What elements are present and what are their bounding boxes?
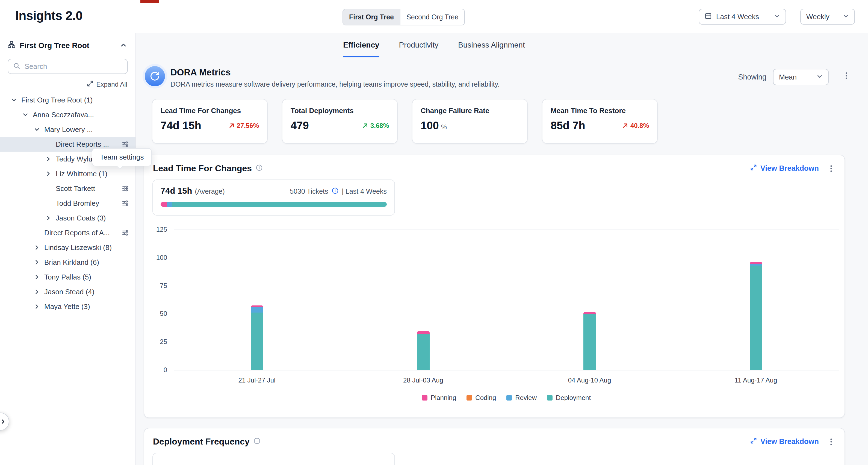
tree-item-liz-whittome-1[interactable]: Liz Whittome (1) [0,166,135,181]
lead-time-kebab-menu[interactable] [827,164,835,173]
tree-item-label: Direct Reports ... [56,140,119,149]
lead-time-header: Lead Time For Changes View Breakdown [144,155,844,174]
lead-time-summary-card: 74d 15h (Average) 5030 Tickets | Last 4 … [152,180,395,216]
chevron-right-icon[interactable] [34,259,44,265]
granularity-select[interactable]: Weekly [800,9,855,25]
bar-stack-21-jul-27-jul[interactable] [251,305,263,370]
chevron-down-icon [774,12,780,21]
summary-average-value: 74d 15h [161,186,192,196]
gridline [174,342,839,342]
metric-trend: 27.56% [228,122,259,129]
tree-item-label: Direct Reports of A... [44,229,119,237]
bar-segment-deployment [583,314,596,370]
tree-item-jason-stead-4[interactable]: Jason Stead (4) [0,284,135,299]
chevron-right-icon[interactable] [34,304,44,310]
chevron-right-icon[interactable] [34,289,44,295]
legend-item-coding[interactable]: Coding [466,394,496,402]
tree-item-scott-tarkett[interactable]: Scott Tarkett [0,181,135,196]
legend-item-planning[interactable]: Planning [422,394,456,402]
legend-swatch [422,395,428,401]
tree-item-brian-kirkland-6[interactable]: Brian Kirkland (6) [0,255,135,270]
x-axis-label: 04 Aug-10 Aug [568,376,611,384]
org-tab-first-org-tree[interactable]: First Org Tree [343,9,400,25]
legend-swatch [506,395,512,401]
bar-stack-28-jul-03-aug[interactable] [417,331,430,370]
deployment-kebab-menu[interactable] [827,438,835,446]
summary-stacked-bar [161,202,387,207]
legend-label: Planning [431,394,456,402]
team-settings-icon[interactable] [122,141,129,148]
tree-item-label: Liz Whittome (1) [56,170,129,178]
lead-time-title-text: Lead Time For Changes [153,163,252,174]
chevron-down-icon[interactable] [11,97,21,103]
chevron-right-icon[interactable] [34,245,44,251]
tree-item-label: Brian Kirkland (6) [44,258,129,267]
metric-value-row: 74d 15h27.56% [161,119,259,132]
chevron-down-icon[interactable] [34,126,44,132]
search-icon [13,61,20,71]
aggregation-value: Mean [779,73,812,82]
lead-time-card: Lead Time For Changes View Breakdown 74d… [144,155,845,418]
org-tree-toggle: First Org TreeSecond Org Tree [342,9,465,25]
date-range-select[interactable]: Last 4 Weeks [699,9,786,25]
x-axis-label: 21 Jul-27 Jul [238,376,275,384]
tree-item-direct-reports-of-a[interactable]: Direct Reports of A... [0,225,135,240]
chevron-right-icon[interactable] [45,215,56,221]
info-icon[interactable] [256,163,263,174]
legend-item-deployment[interactable]: Deployment [547,394,591,402]
tree-item-tony-pallas-5[interactable]: Tony Pallas (5) [0,270,135,284]
bar-segment-planning [750,262,762,264]
tree-item-maya-yette-3[interactable]: Maya Yette (3) [0,299,135,314]
aggregation-select[interactable]: Mean [773,69,829,85]
tree-item-label: Maya Yette (3) [44,303,129,311]
metric-value: 85d 7h [551,119,585,132]
gridline [174,370,839,370]
expand-all-button[interactable]: Expand All [8,80,127,89]
bar-segment-deployment [750,266,762,370]
legend-swatch [466,395,472,401]
metric-card-total-deployments: Total Deployments4793.68% [282,99,398,144]
deployment-summary-card [152,453,395,465]
metric-trend: 3.68% [362,122,389,129]
org-tab-second-org-tree[interactable]: Second Org Tree [400,9,464,25]
metric-trend: 40.8% [622,122,649,129]
org-tree: First Org Tree Root (1)Anna Scozzafava..… [0,93,135,314]
tree-item-jason-coats-3[interactable]: Jason Coats (3) [0,211,135,225]
team-settings-icon[interactable] [122,200,129,207]
tab-business-alignment[interactable]: Business Alignment [458,33,525,57]
dora-kebab-menu[interactable] [842,71,850,80]
dora-controls: Showing Mean [738,69,829,85]
tree-item-todd-bromley[interactable]: Todd Bromley [0,196,135,211]
tree-item-label: First Org Tree Root (1) [21,96,129,104]
bar-stack-04-aug-10-aug[interactable] [583,312,596,370]
dora-description: DORA metrics measure software delivery p… [170,80,500,88]
tree-item-mary-lowery[interactable]: Mary Lowery ... [0,122,135,137]
x-axis-label: 28 Jul-03 Aug [403,376,443,384]
chevron-down-icon[interactable] [22,112,33,118]
deployment-actions: View Breakdown [750,437,835,446]
gridline [174,229,839,230]
tab-productivity[interactable]: Productivity [399,33,439,57]
info-icon[interactable] [253,437,260,447]
team-settings-icon[interactable] [122,185,129,192]
lead-time-title: Lead Time For Changes [153,163,263,174]
search-input[interactable] [25,62,122,71]
page: Insights 2.0 First Org TreeSecond Org Tr… [0,0,868,465]
view-breakdown-button[interactable]: View Breakdown [750,164,819,173]
tree-item-label: Mary Lowery ... [44,125,129,134]
top-red-marker [141,0,159,3]
tab-efficiency[interactable]: Efficiency [343,33,379,57]
tree-item-first-org-tree-root-1[interactable]: First Org Tree Root (1) [0,93,135,107]
tree-item-anna-scozzafava[interactable]: Anna Scozzafava... [0,107,135,122]
chevron-right-icon[interactable] [34,274,44,280]
info-icon[interactable] [332,187,339,196]
chevron-right-icon[interactable] [45,156,56,162]
bar-stack-11-aug-17-aug[interactable] [750,262,762,370]
dora-icon [145,66,165,86]
legend-item-review[interactable]: Review [506,394,537,402]
team-settings-icon[interactable] [122,229,129,236]
collapse-chevron-up-icon[interactable] [120,40,127,51]
chevron-right-icon[interactable] [45,171,56,177]
view-breakdown-button[interactable]: View Breakdown [750,437,819,446]
tree-item-lindsay-liszewski-8[interactable]: Lindsay Liszewski (8) [0,240,135,255]
